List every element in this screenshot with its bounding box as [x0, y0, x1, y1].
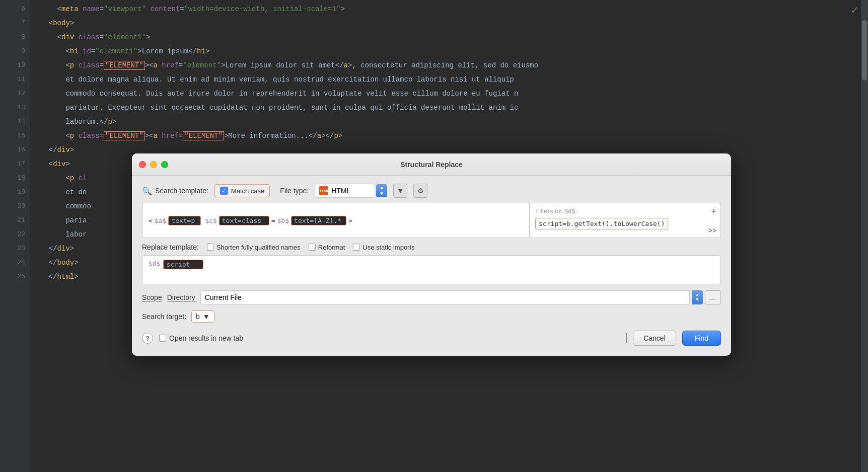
- spinner-up-icon: ▲: [379, 185, 384, 190]
- filetype-value: HTML: [331, 187, 350, 195]
- code-line-6: <meta name="viewport" content="width=dev…: [40, 2, 860, 16]
- scope-down-icon: ▼: [695, 297, 700, 302]
- match-case-checkbox-icon: ✓: [220, 187, 228, 195]
- scope-path-input[interactable]: [200, 290, 690, 304]
- static-imports-checkbox[interactable]: [353, 244, 360, 251]
- gear-icon: ⚙: [417, 187, 424, 195]
- filter-panel: Filters for $d$: script=b.getText().toLo…: [530, 203, 721, 238]
- open-results-label: Open results in new tab: [169, 334, 243, 342]
- structural-replace-dialog: Structural Replace 🔍 Search template: ✓ …: [132, 153, 731, 356]
- scope-spinner-button[interactable]: ▲ ▼: [692, 290, 703, 304]
- template-var-c: $c$: [205, 217, 216, 224]
- template-var-a: $a$: [155, 217, 166, 224]
- static-imports-label: Use static imports: [363, 244, 414, 251]
- search-target-label: Search target:: [142, 312, 186, 321]
- replace-template-label: Replace template:: [142, 243, 199, 251]
- reformat-checkbox[interactable]: [309, 244, 316, 251]
- template-input-b[interactable]: [291, 216, 346, 225]
- scope-row: Scope Directory ▲ ▼ …: [142, 290, 721, 304]
- window-controls: [139, 161, 168, 168]
- bottom-actions-row: ? Open results in new tab Cancel Find: [142, 331, 721, 346]
- line-numbers: 6 7 8 9 10 11 12 13 14 15 16 17 18 19 20…: [0, 0, 30, 472]
- dropdown-arrow-icon: ▼: [203, 312, 210, 321]
- search-template-label: 🔍 Search template:: [142, 186, 208, 196]
- filter-add-button[interactable]: +: [711, 206, 716, 217]
- filter-value-input[interactable]: script=b.getText().toLowerCase(): [535, 218, 668, 229]
- search-target-value: b: [196, 312, 200, 321]
- replace-input[interactable]: [163, 260, 203, 269]
- shorten-names-label: Shorten fully qualified names: [216, 244, 301, 251]
- close-window-button[interactable]: [139, 161, 146, 168]
- spinner-down-icon: ▼: [379, 191, 384, 196]
- ellipsis-icon: …: [710, 294, 716, 301]
- open-results-option[interactable]: Open results in new tab: [159, 334, 243, 342]
- maximize-window-button[interactable]: [161, 161, 168, 168]
- code-line-9: <h1 id="element1">Lorem ipsum</h1>: [40, 44, 860, 58]
- dialog-body: 🔍 Search template: ✓ Match case File typ…: [132, 176, 731, 356]
- scope-button[interactable]: Scope: [142, 293, 162, 301]
- funnel-icon: ▼: [397, 187, 404, 195]
- filetype-spinner-button[interactable]: ▲ ▼: [376, 184, 387, 197]
- text-cursor: [626, 333, 627, 343]
- match-case-button[interactable]: ✓ Match case: [214, 184, 270, 197]
- template-eq-b: =: [271, 217, 275, 224]
- replace-var-d: $d$: [149, 260, 160, 267]
- code-line-7: <body>: [40, 16, 860, 30]
- static-imports-option[interactable]: Use static imports: [353, 244, 414, 251]
- template-pattern: < $a$ $c$ = $b$ >: [149, 216, 523, 225]
- match-case-label: Match case: [231, 187, 264, 195]
- filetype-label: File type:: [280, 187, 309, 195]
- code-line-13: pariatur. Excepteur sint occaecat cupida…: [40, 101, 860, 115]
- shorten-names-checkbox[interactable]: [207, 244, 214, 251]
- filter-placeholder-label: Filters for $d$:: [535, 207, 715, 215]
- code-line-11: et dolore magna aliqua. Ut enim ad minim…: [40, 72, 860, 87]
- template-var-b: $b$: [277, 217, 289, 224]
- search-template-area[interactable]: < $a$ $c$ = $b$ >: [142, 203, 530, 238]
- code-line-10: <p class="ELEMENT"><a href="element">Lor…: [40, 58, 860, 72]
- code-line-15: <p class="ELEMENT"><a href="ELEMENT">Mor…: [40, 129, 860, 143]
- search-target-select[interactable]: b ▼: [191, 310, 214, 323]
- reformat-label: Reformat: [318, 244, 345, 251]
- code-line-14: laborum.</p>: [40, 115, 860, 129]
- template-input-a[interactable]: [168, 216, 201, 225]
- template-open-angle: <: [149, 217, 153, 224]
- filter-more-button[interactable]: >>: [708, 226, 716, 234]
- settings-button[interactable]: ⚙: [413, 184, 427, 198]
- scope-input-container: ▲ ▼ …: [200, 290, 721, 304]
- minimize-window-button[interactable]: [150, 161, 157, 168]
- checkmark-icon: ✓: [851, 4, 858, 18]
- template-input-c[interactable]: [219, 216, 269, 225]
- filetype-select-display[interactable]: HTML HTML: [315, 184, 375, 198]
- filter-button[interactable]: ▼: [393, 184, 407, 198]
- replace-template-row: Replace template: Shorten fully qualifie…: [142, 243, 721, 251]
- help-button[interactable]: ?: [142, 333, 153, 344]
- dialog-title: Structural Replace: [400, 161, 463, 169]
- replace-template-area[interactable]: $d$: [142, 255, 721, 284]
- template-container: < $a$ $c$ = $b$ > Filters for $d$: scrip…: [142, 203, 721, 238]
- dialog-titlebar: Structural Replace: [132, 153, 731, 176]
- template-close-angle: >: [348, 217, 352, 224]
- scrollbar-thumb[interactable]: [862, 20, 867, 81]
- html-file-icon: HTML: [319, 186, 328, 195]
- code-line-12: commodo consequat. Duis aute irure dolor…: [40, 87, 860, 101]
- directory-button[interactable]: Directory: [167, 293, 195, 301]
- find-button[interactable]: Find: [682, 331, 721, 346]
- scrollbar[interactable]: [861, 0, 868, 472]
- open-results-checkbox[interactable]: [159, 335, 166, 342]
- filter-content: Filters for $d$: script=b.getText().toLo…: [535, 207, 715, 229]
- search-magnifier-icon: 🔍: [142, 186, 152, 196]
- browse-button[interactable]: …: [705, 290, 721, 304]
- cancel-button[interactable]: Cancel: [633, 331, 676, 346]
- shorten-names-option[interactable]: Shorten fully qualified names: [207, 244, 301, 251]
- search-template-row: 🔍 Search template: ✓ Match case File typ…: [142, 184, 721, 198]
- reformat-option[interactable]: Reformat: [309, 244, 345, 251]
- code-line-8: <div class="element1">: [40, 30, 860, 44]
- search-target-row: Search target: b ▼: [142, 310, 721, 323]
- filetype-selector[interactable]: HTML HTML ▲ ▼: [315, 184, 387, 198]
